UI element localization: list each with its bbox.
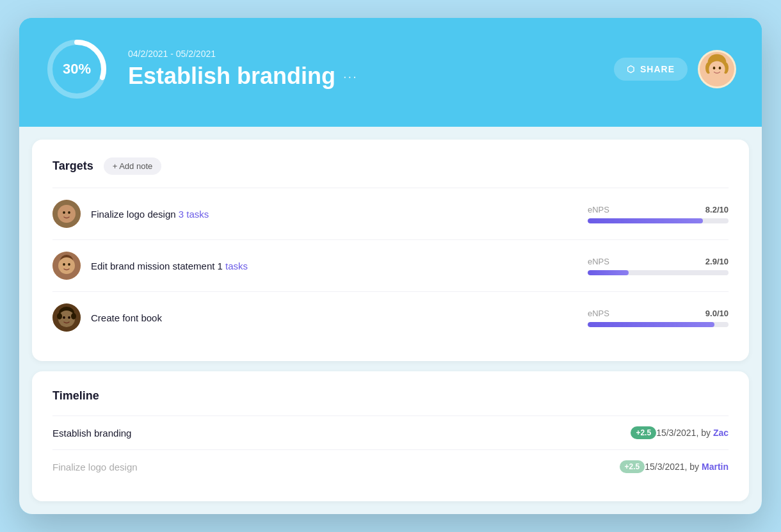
progress-bar-fill-1 bbox=[588, 218, 703, 223]
header: 30% 04/2/2021 - 05/2/2021 Establish bran… bbox=[19, 18, 762, 127]
target-item: Finalize logo design 3 tasks eNPS 8.2/10 bbox=[52, 188, 729, 239]
svg-point-8 bbox=[719, 67, 721, 70]
progress-bar-fill-3 bbox=[588, 322, 714, 327]
svg-point-16 bbox=[58, 257, 75, 274]
targets-header: Targets + Add note bbox=[52, 157, 729, 175]
target-name-1: Finalize logo design 3 tasks bbox=[91, 209, 588, 220]
metric-score-1: 8.2/10 bbox=[705, 205, 729, 214]
header-info: 04/2/2021 - 05/2/2021 Establish branding… bbox=[128, 49, 595, 90]
target-avatar-3 bbox=[52, 303, 81, 332]
metric-header-2: eNPS 2.9/10 bbox=[588, 257, 729, 266]
svg-point-23 bbox=[68, 316, 70, 319]
header-title-row: Establish branding ··· bbox=[128, 63, 595, 90]
content-area: Targets + Add note Finalize logo design bbox=[19, 127, 762, 514]
progress-bar-bg-1 bbox=[588, 218, 729, 223]
progress-bar-bg-3 bbox=[588, 322, 729, 327]
app-container: 30% 04/2/2021 - 05/2/2021 Establish bran… bbox=[19, 18, 762, 514]
timeline-item-2: Finalize logo design +2.5 15/3/2021, by … bbox=[52, 449, 729, 483]
svg-point-11 bbox=[58, 205, 76, 223]
timeline-date-1: 15/3/2021, by Zac bbox=[656, 428, 729, 438]
svg-point-22 bbox=[63, 316, 65, 319]
avatar bbox=[698, 50, 736, 88]
timeline-header: Timeline bbox=[52, 389, 729, 403]
enps-label-1: eNPS bbox=[588, 205, 609, 214]
metric-score-2: 2.9/10 bbox=[705, 257, 729, 266]
target-avatar-2 bbox=[52, 252, 81, 280]
svg-point-9 bbox=[710, 75, 724, 84]
svg-point-25 bbox=[71, 313, 76, 319]
metric-score-3: 9.0/10 bbox=[705, 309, 729, 318]
timeline-card: Timeline Establish branding +2.5 15/3/20… bbox=[32, 371, 749, 501]
svg-point-13 bbox=[68, 211, 70, 214]
timeline-badge-2: +2.5 bbox=[620, 460, 645, 473]
timeline-item-1: Establish branding +2.5 15/3/2021, by Za… bbox=[52, 415, 729, 449]
share-label: SHARE bbox=[640, 64, 675, 74]
targets-card: Targets + Add note Finalize logo design bbox=[32, 140, 749, 361]
svg-point-12 bbox=[63, 211, 65, 214]
metric-header-3: eNPS 9.0/10 bbox=[588, 309, 729, 318]
target-metric-2: eNPS 2.9/10 bbox=[588, 257, 729, 275]
target-name-2: Edit brand mission statement 1 tasks bbox=[91, 261, 588, 271]
timeline-name-2: Finalize logo design bbox=[52, 462, 613, 472]
date-range: 04/2/2021 - 05/2/2021 bbox=[128, 49, 595, 59]
progress-ring: 30% bbox=[45, 37, 109, 101]
target-link-1[interactable]: 3 tasks bbox=[179, 209, 209, 220]
timeline-by-name-2: Martin bbox=[702, 462, 729, 472]
target-link-2[interactable]: tasks bbox=[225, 261, 248, 271]
svg-point-24 bbox=[57, 313, 62, 319]
metric-header-1: eNPS 8.2/10 bbox=[588, 205, 729, 214]
timeline-name-1: Establish branding bbox=[52, 428, 624, 439]
target-avatar-1 bbox=[52, 200, 81, 228]
timeline-badge-1: +2.5 bbox=[631, 426, 656, 439]
target-metric-1: eNPS 8.2/10 bbox=[588, 205, 729, 223]
svg-point-6 bbox=[709, 61, 725, 77]
share-icon: ⬡ bbox=[627, 64, 635, 74]
timeline-title: Timeline bbox=[52, 389, 99, 403]
target-name-3: Create font book bbox=[91, 312, 588, 323]
target-item-2: Edit brand mission statement 1 tasks eNP… bbox=[52, 239, 729, 291]
target-item-3: Create font book eNPS 9.0/10 bbox=[52, 291, 729, 343]
share-button[interactable]: ⬡ SHARE bbox=[614, 58, 688, 81]
targets-title: Targets bbox=[52, 159, 93, 173]
progress-bar-bg-2 bbox=[588, 270, 729, 275]
timeline-date-2: 15/3/2021, by Martin bbox=[645, 462, 729, 472]
enps-label-2: eNPS bbox=[588, 257, 609, 266]
dots-menu-icon[interactable]: ··· bbox=[343, 69, 358, 84]
progress-bar-fill-2 bbox=[588, 270, 629, 275]
svg-point-18 bbox=[68, 263, 70, 266]
target-metric-3: eNPS 9.0/10 bbox=[588, 309, 729, 327]
add-note-button[interactable]: + Add note bbox=[104, 157, 162, 175]
progress-percent-text: 30% bbox=[63, 61, 91, 77]
timeline-by-name-1: Zac bbox=[713, 428, 729, 438]
svg-point-7 bbox=[713, 67, 716, 70]
svg-point-17 bbox=[63, 263, 65, 266]
header-actions: ⬡ SHARE bbox=[614, 50, 736, 88]
enps-label-3: eNPS bbox=[588, 309, 609, 318]
page-title: Establish branding bbox=[128, 63, 335, 90]
